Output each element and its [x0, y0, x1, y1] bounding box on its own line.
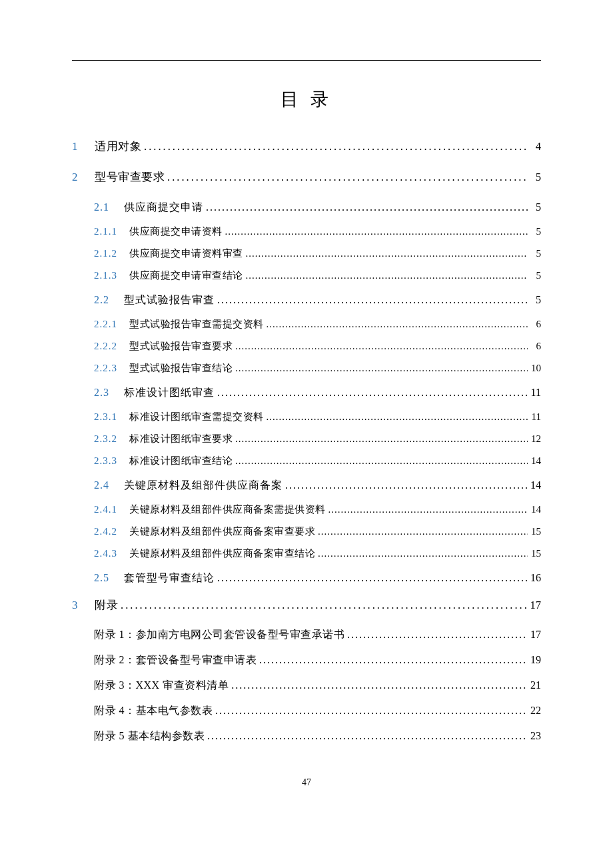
- toc-entry-number: 2.1.2: [94, 249, 117, 259]
- toc-entry: 附录 2：套管设备型号审查申请表19: [94, 649, 541, 674]
- toc-entry: 2.2型式试验报告审查5: [94, 288, 541, 315]
- toc-leader-dots: [315, 549, 528, 559]
- toc-entry-page: 14: [528, 505, 541, 515]
- toc-entry-number: 2.2.3: [94, 363, 117, 373]
- toc-entry: 2.1供应商提交申请5: [94, 195, 541, 222]
- toc-entry: 2型号审查要求5: [72, 165, 541, 195]
- toc-entry-number: 2.4.2: [94, 527, 117, 537]
- toc-leader-dots: [257, 655, 528, 665]
- toc-entry-page: 15: [528, 549, 541, 559]
- toc-entry: 2.2.1型式试验报告审查需提交资料6: [94, 315, 541, 337]
- toc-entry-title: 附录 5 基本结构参数表: [94, 731, 205, 741]
- toc-entry-page: 11: [528, 387, 541, 398]
- toc-entry-number: 2.2: [94, 295, 109, 305]
- toc-entry-page: 5: [528, 172, 541, 183]
- toc-entry: 2.5套管型号审查结论16: [94, 566, 541, 593]
- toc-entry-title: 供应商提交申请审查结论: [129, 271, 243, 281]
- toc-entry-number: 3: [72, 599, 80, 611]
- toc-entry-page: 6: [528, 319, 541, 329]
- toc-leader-dots: [213, 705, 528, 716]
- toc-entry: 2.3.2标准设计图纸审查要求12: [94, 429, 541, 451]
- toc-entry: 2.3.1标准设计图纸审查需提交资料11: [94, 407, 541, 429]
- toc-entry: 2.4.1关键原材料及组部件供应商备案需提供资料14: [94, 500, 541, 522]
- toc-entry-number: 2.1.1: [94, 227, 117, 237]
- toc-entry-page: 16: [528, 573, 541, 583]
- toc-entry-title: 型式试验报告审查结论: [129, 363, 233, 373]
- toc-entry: 2.4.3关键原材料及组部件供应商备案审查结论15: [94, 544, 541, 566]
- toc-entry-number: 2.1: [94, 202, 109, 213]
- toc-leader-dots: [233, 456, 528, 466]
- toc-entry-page: 5: [528, 227, 541, 237]
- toc-leader-dots: [264, 319, 528, 329]
- toc-leader-dots: [264, 412, 528, 422]
- toc-leader-dots: [243, 249, 528, 259]
- toc-entry-page: 12: [528, 434, 541, 444]
- toc-leader-dots: [205, 731, 528, 741]
- toc-entry-title: 附录 1：参加南方电网公司套管设备型号审查承诺书: [94, 629, 344, 640]
- toc-entry-page: 22: [528, 705, 541, 716]
- toc-entry-title: 附录 3：XXX 审查资料清单: [94, 680, 229, 691]
- toc-entry-title: 型式试验报告审查要求: [129, 341, 233, 351]
- toc-entry-number: 2.5: [94, 573, 109, 583]
- toc-entry-title: 关键原材料及组部件供应商备案: [124, 480, 283, 491]
- toc-entry-page: 17: [528, 629, 541, 640]
- document-page: 目 录 1适用对象42型号审查要求52.1供应商提交申请52.1.1供应商提交申…: [0, 0, 613, 868]
- toc-entry-number: 2.3.2: [94, 434, 117, 444]
- toc-entry: 2.4.2关键原材料及组部件供应商备案审查要求15: [94, 522, 541, 544]
- page-number: 47: [0, 777, 613, 788]
- toc-entry-title: 标准设计图纸审查要求: [129, 434, 233, 444]
- toc-entry-title: 关键原材料及组部件供应商备案审查要求: [129, 527, 315, 537]
- toc-entry-number: 2.2.1: [94, 319, 117, 329]
- toc-entry: 2.2.3型式试验报告审查结论10: [94, 359, 541, 381]
- toc-entry-page: 10: [528, 363, 541, 373]
- toc-entry: 2.4关键原材料及组部件供应商备案14: [94, 473, 541, 500]
- toc-entry-number: 2.1.3: [94, 271, 117, 281]
- toc-entry: 2.2.2型式试验报告审查要求6: [94, 337, 541, 359]
- toc-entry-number: 2: [72, 171, 80, 183]
- toc-entry-title: 型式试验报告审查需提交资料: [129, 319, 264, 329]
- toc-entry-title: 适用对象: [95, 141, 141, 153]
- toc-entry-number: 2.3.1: [94, 412, 117, 422]
- toc-entry-page: 11: [528, 412, 541, 422]
- toc-entry-title: 关键原材料及组部件供应商备案审查结论: [129, 549, 315, 559]
- toc-entry-number: 2.3: [94, 387, 109, 398]
- toc-leader-dots: [223, 227, 528, 237]
- toc-entry: 1适用对象4: [72, 134, 541, 165]
- toc-entry-title: 型式试验报告审查: [124, 295, 215, 305]
- toc-entry-title: 附录 2：套管设备型号审查申请表: [94, 655, 257, 665]
- toc-entry-page: 21: [528, 680, 541, 691]
- toc-entry: 附录 1：参加南方电网公司套管设备型号审查承诺书17: [94, 623, 541, 649]
- toc-entry: 3附录17: [72, 593, 541, 623]
- toc-leader-dots: [215, 295, 528, 305]
- toc-entry: 2.3.3标准设计图纸审查结论14: [94, 451, 541, 473]
- toc-entry-title: 供应商提交申请: [124, 202, 203, 213]
- toc-entry-page: 14: [528, 456, 541, 466]
- toc-leader-dots: [165, 172, 528, 183]
- toc-leader-dots: [233, 434, 528, 444]
- toc-entry-title: 标准设计图纸审查结论: [129, 456, 233, 466]
- toc-entry-page: 23: [528, 731, 541, 741]
- toc-entry: 2.3标准设计图纸审查11: [94, 381, 541, 407]
- toc-entry: 附录 4：基本电气参数表22: [94, 699, 541, 725]
- toc-entry-page: 4: [528, 141, 541, 153]
- toc-entry-title: 供应商提交申请资料审查: [129, 249, 243, 259]
- toc-leader-dots: [326, 505, 528, 515]
- toc-entry-page: 5: [528, 249, 541, 259]
- toc-leader-dots: [118, 600, 528, 611]
- toc-entry: 附录 5 基本结构参数表23: [94, 725, 541, 750]
- toc-leader-dots: [215, 573, 528, 583]
- header-rule: [72, 60, 541, 61]
- toc-entry-number: 1: [72, 141, 80, 152]
- toc-leader-dots: [283, 480, 528, 491]
- toc-entry-title: 附录 4：基本电气参数表: [94, 705, 213, 716]
- toc-entry: 2.1.2供应商提交申请资料审查5: [94, 244, 541, 266]
- toc-leader-dots: [233, 341, 528, 351]
- toc-entry-number: 2.4.1: [94, 505, 117, 515]
- toc-entry: 2.1.3供应商提交申请审查结论5: [94, 266, 541, 288]
- toc-leader-dots: [233, 363, 528, 373]
- toc-entry-title: 标准设计图纸审查: [124, 387, 215, 398]
- toc-entry: 附录 3：XXX 审查资料清单21: [94, 674, 541, 699]
- toc-entry-page: 19: [528, 655, 541, 665]
- toc-leader-dots: [229, 680, 528, 691]
- toc-entry-title: 附录: [95, 600, 118, 611]
